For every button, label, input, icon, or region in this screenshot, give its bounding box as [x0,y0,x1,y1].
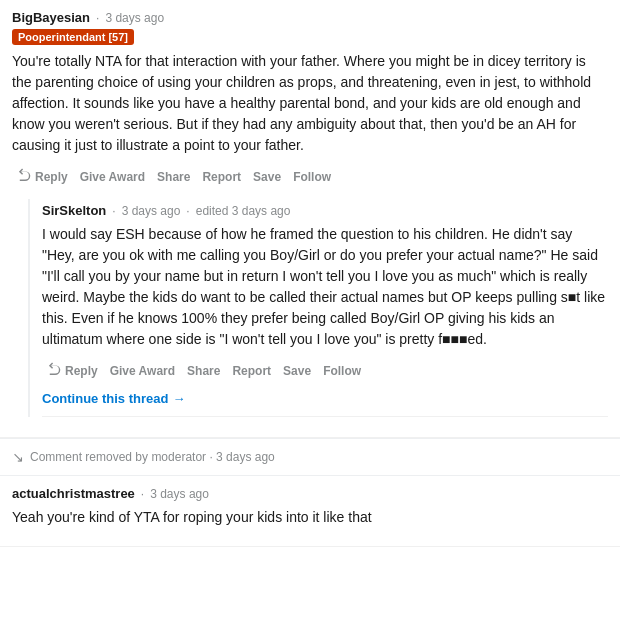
follow-label: Follow [293,170,331,184]
username: BigBayesian [12,10,90,25]
give-award-label: Give Award [80,170,145,184]
comment-header: BigBayesian · 3 days ago [12,10,608,25]
edited-label: edited 3 days ago [196,204,291,218]
comment-body: You're totally NTA for that interaction … [12,51,608,156]
share-button[interactable]: Share [182,360,225,382]
reply-icon [17,168,31,185]
nested-comment: SirSkelton · 3 days ago · edited 3 days … [28,199,608,417]
reply-icon [47,362,61,379]
save-label: Save [283,364,311,378]
comment-actualchristmastree: actualchristmastree · 3 days ago Yeah yo… [0,476,620,547]
reply-button[interactable]: Reply [12,164,73,189]
save-button[interactable]: Save [278,360,316,382]
comment-bigbayesian: BigBayesian · 3 days ago Pooperintendant… [0,0,620,438]
comment-header: SirSkelton · 3 days ago · edited 3 days … [42,203,608,218]
flair-row: Pooperintendant [57] [12,29,608,45]
reply-label: Reply [65,364,98,378]
give-award-label: Give Award [110,364,175,378]
report-button[interactable]: Report [227,360,276,382]
give-award-button[interactable]: Give Award [75,166,150,188]
action-bar: Reply Give Award Share Report Save Follo… [42,358,608,383]
arrow-right-icon: → [172,391,185,406]
follow-label: Follow [323,364,361,378]
save-label: Save [253,170,281,184]
report-label: Report [232,364,271,378]
timestamp: · [96,11,99,25]
removed-comment: ↙ Comment removed by moderator · 3 days … [0,439,620,475]
report-button[interactable]: Report [197,166,246,188]
continue-thread-link[interactable]: Continue this thread → [42,391,185,406]
report-label: Report [202,170,241,184]
give-award-button[interactable]: Give Award [105,360,180,382]
share-button[interactable]: Share [152,166,195,188]
username: SirSkelton [42,203,106,218]
timestamp: 3 days ago [105,11,164,25]
comment-body: I would say ESH because of how he framed… [42,224,608,350]
continue-thread-label: Continue this thread [42,391,168,406]
reply-button[interactable]: Reply [42,358,103,383]
username: actualchristmastree [12,486,135,501]
follow-button[interactable]: Follow [318,360,366,382]
dot-separator2: · [186,204,189,218]
removed-text: Comment removed by moderator · 3 days ag… [30,450,275,464]
action-bar: Reply Give Award Share Report Save Follo… [12,164,608,189]
comment-sirskelton: SirSkelton · 3 days ago · edited 3 days … [42,199,608,417]
dot-separator: · [141,487,144,501]
comment-body: Yeah you're kind of YTA for roping your … [12,507,608,528]
timestamp: 3 days ago [122,204,181,218]
save-button[interactable]: Save [248,166,286,188]
share-label: Share [187,364,220,378]
timestamp: 3 days ago [150,487,209,501]
reply-label: Reply [35,170,68,184]
share-label: Share [157,170,190,184]
removed-icon: ↙ [12,449,24,465]
user-flair: Pooperintendant [57] [12,29,134,45]
comment-header: actualchristmastree · 3 days ago [12,486,608,501]
dot-separator: · [112,204,115,218]
follow-button[interactable]: Follow [288,166,336,188]
